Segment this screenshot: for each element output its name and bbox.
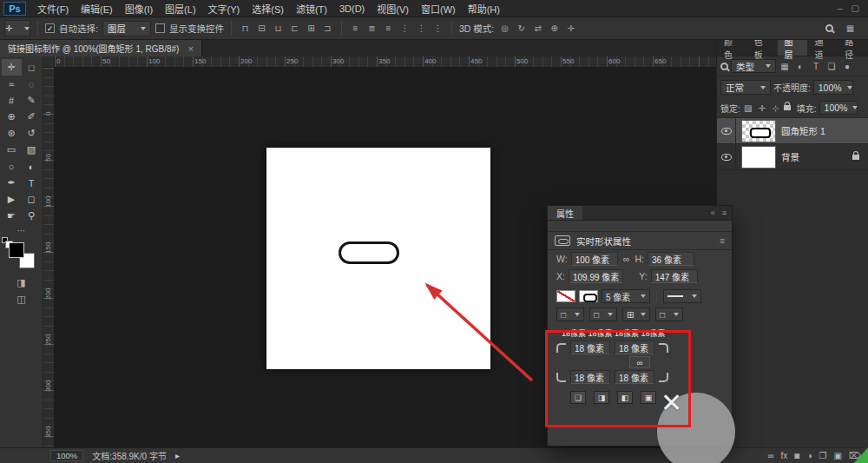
- combine-shapes-icon[interactable]: ❏: [570, 391, 586, 404]
- type-tool[interactable]: T: [22, 175, 42, 191]
- layer-row-background[interactable]: 背景: [717, 144, 868, 170]
- healing-brush-tool[interactable]: ⊕: [2, 109, 22, 125]
- align-top-icon[interactable]: ⊓: [239, 23, 252, 33]
- panel-menu-icon[interactable]: ≡: [722, 208, 727, 217]
- fill-dropdown[interactable]: 100%: [819, 101, 858, 115]
- distribute-bottom-icon[interactable]: ≡: [382, 23, 395, 33]
- minimize-icon[interactable]: –: [838, 3, 843, 13]
- eyedropper-tool[interactable]: ✎: [22, 92, 42, 109]
- height-field[interactable]: 36 像素: [648, 252, 694, 266]
- vertical-ruler[interactable]: 050100150200250300350400: [43, 68, 55, 447]
- lock-all-icon[interactable]: [784, 105, 791, 110]
- quick-selection-tool[interactable]: ◌: [22, 76, 42, 92]
- screen-mode-icon[interactable]: ◫: [16, 294, 25, 305]
- layer-thumbnail[interactable]: [741, 146, 776, 169]
- eraser-tool[interactable]: ▭: [2, 142, 22, 158]
- layer-row-rounded-rectangle[interactable]: 圆角矩形 1: [717, 118, 868, 144]
- lock-pixels-icon[interactable]: ✛: [757, 103, 767, 113]
- bottom-right-radius-field[interactable]: 18 像素: [615, 370, 654, 384]
- top-left-radius-field[interactable]: 18 像素: [570, 341, 610, 354]
- y-field[interactable]: 147 像素: [651, 269, 698, 283]
- link-dimensions-icon[interactable]: ∞: [623, 254, 630, 264]
- 3d-slide-icon[interactable]: ⊕: [548, 23, 561, 33]
- lock-transparency-icon[interactable]: ▨: [743, 103, 753, 113]
- search-icon[interactable]: [825, 24, 833, 32]
- document-tab[interactable]: 链接图标制作 @ 100%(圆角矩形 1, RGB/8#) ×: [0, 40, 202, 56]
- shape-tool[interactable]: ◻: [22, 191, 42, 208]
- horizontal-ruler[interactable]: 050100150200250300350400450500550600650: [55, 56, 716, 68]
- properties-panel-titlebar[interactable]: 属性 « ≡: [548, 206, 732, 221]
- layer-filter-dropdown[interactable]: 类型: [731, 59, 776, 73]
- 3d-rotate-icon[interactable]: ◎: [498, 23, 511, 33]
- layer-mask-icon[interactable]: ◙: [794, 451, 799, 460]
- distribute-top-icon[interactable]: ≡: [349, 23, 362, 33]
- workspace-switcher-icon[interactable]: ▦: [844, 23, 857, 33]
- stroke-width-dropdown[interactable]: 5 像素: [602, 289, 650, 303]
- tab-layers[interactable]: 图层: [778, 40, 808, 56]
- menu-item[interactable]: 3D(D): [333, 0, 371, 17]
- blend-mode-dropdown[interactable]: 正常: [720, 80, 771, 95]
- path-selection-tool[interactable]: ▶: [2, 191, 22, 208]
- auto-select-checkbox[interactable]: ✓: [45, 23, 55, 33]
- layer-name[interactable]: 背景: [781, 150, 799, 163]
- gradient-tool[interactable]: ▧: [22, 142, 42, 158]
- tab-channels[interactable]: 通道: [807, 40, 838, 56]
- stroke-cap-dropdown[interactable]: □: [589, 308, 617, 321]
- restore-icon[interactable]: ▢: [852, 3, 859, 13]
- history-brush-tool[interactable]: ↺: [22, 125, 42, 142]
- move-tool[interactable]: ✛: [2, 59, 22, 76]
- clone-stamp-tool[interactable]: ⊛: [2, 125, 22, 142]
- brush-tool[interactable]: ✐: [22, 109, 42, 125]
- blur-tool[interactable]: ○: [2, 158, 22, 175]
- panel-menu-icon[interactable]: ≡: [720, 235, 725, 246]
- layer-group-icon[interactable]: ❐: [819, 451, 826, 460]
- status-expand-icon[interactable]: ▸: [175, 451, 180, 460]
- exclude-shapes-icon[interactable]: ▣: [641, 391, 656, 404]
- edit-toolbar-icon[interactable]: ⋯: [17, 226, 26, 235]
- distribute-right-icon[interactable]: ⋮: [431, 23, 444, 33]
- menu-item[interactable]: 文字(Y): [202, 0, 247, 17]
- link-corner-radii-icon[interactable]: ∞: [629, 356, 650, 368]
- align-vertical-center-icon[interactable]: ⊟: [255, 23, 268, 33]
- tab-paths[interactable]: 路径: [838, 40, 868, 56]
- menu-item[interactable]: 文件(F): [31, 0, 75, 17]
- hand-tool[interactable]: ☛: [2, 208, 22, 224]
- layer-name[interactable]: 圆角矩形 1: [781, 124, 825, 137]
- link-layers-icon[interactable]: ∞: [767, 451, 773, 460]
- dodge-tool[interactable]: ◐: [22, 158, 42, 175]
- subtract-shape-icon[interactable]: ◨: [594, 391, 609, 404]
- stroke-align-dropdown[interactable]: □: [556, 308, 584, 321]
- menu-item[interactable]: 图像(I): [119, 0, 159, 17]
- filter-adjustment-layers-icon[interactable]: ◐: [794, 62, 806, 71]
- tab-swatches[interactable]: 色板: [747, 40, 778, 56]
- distribute-vertical-center-icon[interactable]: ≣: [365, 23, 378, 33]
- stroke-corner-dropdown[interactable]: ⊞: [622, 308, 650, 321]
- layer-style-icon[interactable]: fx: [781, 451, 788, 460]
- menu-item[interactable]: 选择(S): [246, 0, 290, 17]
- filter-type-layers-icon[interactable]: T: [810, 62, 822, 71]
- menu-item[interactable]: 视图(V): [371, 0, 415, 17]
- bottom-left-radius-field[interactable]: 18 像素: [570, 370, 610, 384]
- zoom-tool[interactable]: ⚲: [22, 208, 42, 224]
- pen-tool[interactable]: ✒: [2, 175, 22, 191]
- stroke-type-dropdown[interactable]: [663, 289, 701, 303]
- default-colors-icon[interactable]: [2, 237, 8, 243]
- filter-pixel-layers-icon[interactable]: ▦: [779, 62, 791, 71]
- 3d-drag-icon[interactable]: ⇄: [531, 23, 544, 33]
- width-field[interactable]: 100 像素: [571, 252, 618, 266]
- distribute-horizontal-center-icon[interactable]: ⋮: [415, 23, 428, 33]
- x-field[interactable]: 109.99 像素: [569, 269, 623, 283]
- top-right-radius-field[interactable]: 18 像素: [615, 341, 654, 354]
- collapse-panel-icon[interactable]: «: [711, 208, 715, 217]
- quick-mask-icon[interactable]: ◨: [16, 277, 25, 288]
- lasso-tool[interactable]: ≈: [2, 76, 22, 92]
- menu-item[interactable]: 图层(L): [159, 0, 201, 17]
- tool-preset-dropdown[interactable]: ✛: [4, 20, 30, 36]
- 3d-roll-icon[interactable]: ↻: [515, 23, 528, 33]
- filter-smart-objects-icon[interactable]: ●: [841, 62, 853, 71]
- stroke-color-swatch[interactable]: [579, 290, 598, 302]
- close-icon[interactable]: ×: [187, 43, 193, 54]
- align-right-icon[interactable]: ⊐: [321, 23, 334, 33]
- stroke-more-dropdown[interactable]: □: [655, 308, 683, 321]
- filter-shape-layers-icon[interactable]: ❏: [825, 62, 838, 71]
